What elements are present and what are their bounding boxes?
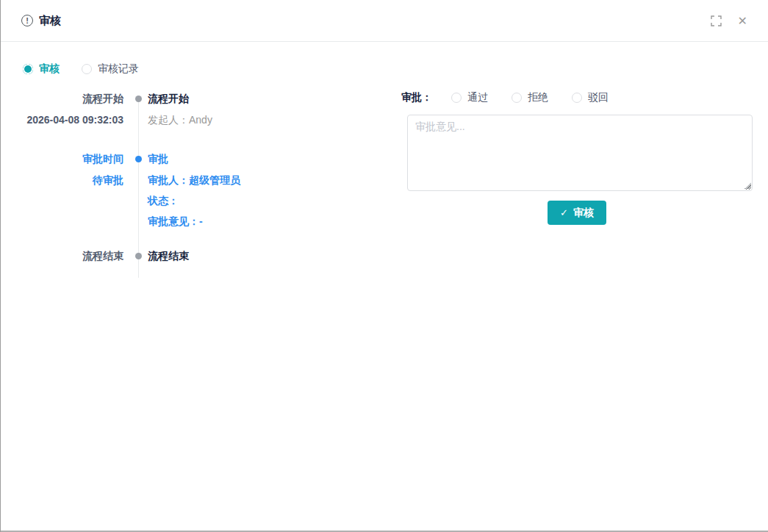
tab-review-label: 审核: [39, 62, 60, 76]
check-icon: ✓: [560, 207, 568, 218]
info-icon: !: [21, 15, 33, 26]
timeline-dot-end: [135, 253, 142, 259]
tab-review[interactable]: 审核: [23, 62, 60, 76]
option-reject[interactable]: 拒绝: [512, 91, 548, 104]
option-return-label: 驳回: [588, 91, 609, 104]
radio-unselected-icon: [451, 93, 462, 103]
node-start-timestamp: 2026-04-08 09:32:03: [1, 112, 123, 127]
radio-unselected-icon: [82, 64, 92, 74]
approval-form: 审批： 通过 拒绝 驳回 ✓ 审核: [401, 91, 753, 225]
submit-review-button[interactable]: ✓ 审核: [548, 201, 606, 225]
radio-unselected-icon: [572, 93, 582, 103]
close-icon[interactable]: ✕: [738, 14, 747, 28]
radio-unselected-icon: [512, 93, 522, 103]
approval-label: 审批：: [401, 91, 432, 104]
tab-review-history[interactable]: 审核记录: [82, 62, 139, 76]
node-end-title: 流程结束: [148, 248, 768, 263]
option-reject-label: 拒绝: [528, 91, 548, 104]
view-switch: 审核 审核记录: [23, 62, 768, 76]
submit-review-label: 审核: [573, 206, 594, 220]
node-approval-time-label: 审批时间: [1, 151, 123, 166]
timeline-dot-approval: [135, 156, 142, 162]
modal-title: 审核: [39, 14, 61, 28]
radio-selected-icon: [23, 64, 33, 74]
review-modal: ! 审核 ✕ 审核 审核记录 流程开始 2026-04-08 09:32:: [0, 0, 768, 532]
option-approve-label: 通过: [467, 91, 488, 104]
fullscreen-icon[interactable]: [711, 15, 722, 26]
node-end-label: 流程结束: [1, 248, 123, 263]
approval-comment-input[interactable]: [407, 115, 753, 191]
modal-header: ! 审核 ✕: [1, 0, 768, 42]
node-approval-status-label: 待审批: [1, 173, 123, 187]
option-approve[interactable]: 通过: [451, 91, 488, 104]
timeline-node-end: 流程结束 流程结束: [1, 248, 768, 263]
option-return[interactable]: 驳回: [572, 91, 609, 104]
approval-options-row: 审批： 通过 拒绝 驳回: [401, 91, 753, 104]
node-start-label: 流程开始: [1, 91, 123, 106]
timeline-dot-start: [135, 96, 142, 102]
tab-review-history-label: 审核记录: [98, 62, 139, 76]
